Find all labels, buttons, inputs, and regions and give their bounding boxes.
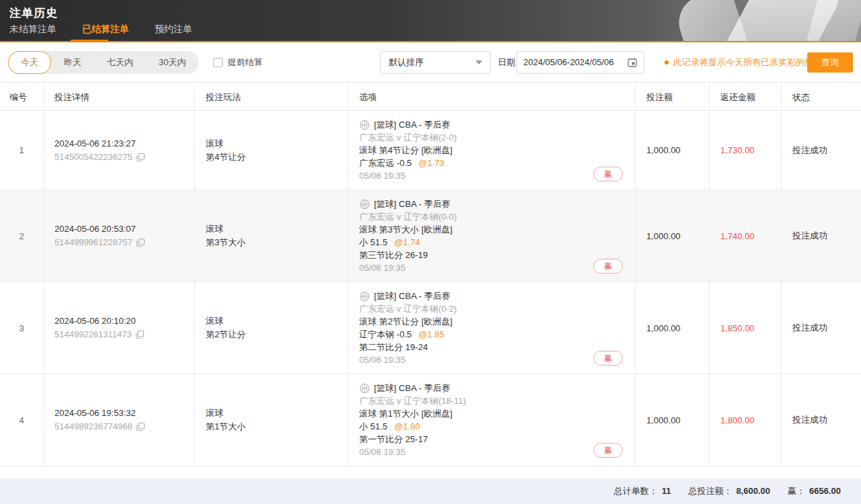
- payout-notice: 此记录将显示今天所有已派奖彩的投注: [665, 56, 822, 69]
- tab-unsettled[interactable]: 未结算注单: [9, 24, 57, 37]
- market-name: 滚球 第2节让分 [欧洲盘]: [359, 315, 624, 328]
- date-range-input[interactable]: 2024/05/06-2024/05/06: [517, 51, 644, 74]
- market-name: 滚球 第3节大小 [欧洲盘]: [359, 223, 624, 236]
- copy-icon[interactable]: [135, 330, 145, 339]
- col-header-payout: 返还金额: [710, 83, 782, 112]
- tab-bar: 未结算注单 已结算注单 预约注单: [9, 24, 192, 37]
- tab-settled[interactable]: 已结算注单: [82, 24, 129, 37]
- event-time: 05/06 19:35: [359, 353, 624, 366]
- row-number: 4: [0, 374, 44, 466]
- play-type: 滚球: [206, 314, 337, 328]
- col-header-option: 选项: [348, 83, 636, 112]
- tab-reserved[interactable]: 预约注单: [155, 24, 192, 37]
- page-title: 注单历史: [9, 5, 58, 21]
- chevron-down-icon: [476, 60, 482, 65]
- payout-amount: 1,850.00: [710, 282, 782, 374]
- market-name: 滚球 第1节大小 [欧洲盘]: [359, 407, 624, 420]
- stake-amount: 1,000.00: [636, 374, 710, 466]
- play-market: 第3节大小: [206, 236, 337, 249]
- event-time: 05/06 19:35: [359, 169, 624, 182]
- win-badge: 赢: [593, 259, 623, 274]
- range-today[interactable]: 今天: [8, 51, 51, 74]
- copy-icon[interactable]: [136, 422, 145, 431]
- payout-amount: 1,730.00: [710, 111, 782, 190]
- win-badge: 赢: [593, 167, 623, 181]
- query-button[interactable]: 查询: [807, 52, 853, 73]
- period-score: 第三节比分 26-19: [359, 249, 624, 261]
- totals-footer: 总计单数：11 总投注额：8,600.00 赢：6656.00: [0, 478, 861, 504]
- selection-line: 广东宏远 -0.5@1.73: [359, 157, 624, 169]
- odds: @1.73: [418, 158, 445, 168]
- copy-icon[interactable]: [136, 153, 145, 162]
- sort-select[interactable]: 默认排序: [380, 51, 491, 74]
- early-settle-checkbox-wrap[interactable]: 提前结算: [213, 56, 262, 69]
- row-number: 3: [0, 282, 44, 374]
- early-settle-label: 提前结算: [227, 56, 262, 69]
- bet-time: 2024-05-06 20:53:07: [54, 222, 184, 236]
- table-body: 1 2024-05-06 21:23:27 5145005422236275 滚…: [0, 111, 861, 466]
- range-7days[interactable]: 七天内: [94, 51, 146, 74]
- table-row: 3 2024-05-06 20:10:20 5144992261311473 滚…: [0, 282, 861, 374]
- league-name: [篮球] CBA - 季后赛: [374, 382, 450, 394]
- odds: @1.80: [394, 421, 420, 431]
- table-row: 4 2024-05-06 19:53:32 5144989236774968 滚…: [0, 374, 861, 466]
- date-range-group: 今天 昨天 七天内 30天内: [8, 51, 198, 74]
- period-score: 第一节比分 25-17: [359, 433, 624, 446]
- play-type: 滚球: [206, 137, 337, 151]
- range-30days[interactable]: 30天内: [146, 51, 198, 74]
- calendar-icon[interactable]: [627, 57, 638, 68]
- basketball-icon: [359, 199, 370, 210]
- match-teams: 广东宏远 v 辽宁本钢(0-2): [359, 302, 624, 315]
- early-settle-checkbox[interactable]: [213, 58, 223, 67]
- table-header-row: 编号 投注详情 投注玩法 选项 投注额 返还金额 状态: [0, 82, 861, 111]
- win-badge: 赢: [593, 443, 623, 458]
- league-line: [篮球] CBA - 季后赛: [359, 290, 624, 302]
- bet-status: 投注成功: [782, 111, 861, 190]
- bets-table: 编号 投注详情 投注玩法 选项 投注额 返还金额 状态 1 2024-05-06…: [0, 82, 861, 466]
- match-teams: 广东宏远 v 辽宁本钢(2-0): [359, 131, 624, 144]
- selection-line: 小 51.5@1.80: [359, 420, 624, 433]
- bet-status: 投注成功: [782, 190, 861, 282]
- col-header-details: 投注详情: [44, 83, 195, 112]
- col-header-no: 编号: [0, 83, 44, 112]
- market-name: 滚球 第4节让分 [欧洲盘]: [359, 144, 624, 157]
- payout-amount: 1,740.00: [710, 190, 782, 282]
- selection-line: 辽宁本钢 -0.5@1.85: [359, 328, 624, 341]
- col-header-status: 状态: [782, 83, 861, 112]
- league-line: [篮球] CBA - 季后赛: [359, 118, 624, 131]
- basketball-icon: [359, 120, 370, 130]
- copy-icon[interactable]: [136, 238, 145, 247]
- league-line: [篮球] CBA - 季后赛: [359, 198, 624, 210]
- basketball-icon: [359, 291, 370, 302]
- total-count: 总计单数：11: [614, 485, 671, 497]
- range-yesterday[interactable]: 昨天: [51, 51, 94, 74]
- play-market: 第4节让分: [206, 151, 337, 164]
- total-stake: 总投注额：8,600.00: [688, 485, 770, 497]
- play-type: 滚球: [206, 407, 337, 420]
- odds: @1.74: [394, 237, 420, 247]
- app-header: 注单历史 未结算注单 已结算注单 预约注单: [0, 0, 861, 42]
- bet-id: 5144989236774968: [54, 420, 133, 433]
- selection: 广东宏远 -0.5: [359, 158, 412, 168]
- stake-amount: 1,000.00: [636, 282, 710, 374]
- stake-amount: 1,000.00: [636, 190, 710, 282]
- match-teams: 广东宏远 v 辽宁本钢(0-0): [359, 210, 624, 223]
- total-win: 赢：6656.00: [788, 485, 841, 497]
- selection: 辽宁本钢 -0.5: [359, 329, 412, 339]
- row-number: 1: [0, 111, 44, 190]
- date-field-label: 日期: [498, 56, 515, 69]
- bet-id: 5145005422236275: [54, 151, 133, 164]
- play-type: 滚球: [206, 222, 337, 236]
- table-row: 1 2024-05-06 21:23:27 5145005422236275 滚…: [0, 111, 861, 190]
- league-line: [篮球] CBA - 季后赛: [359, 382, 624, 394]
- active-tab-indicator: [71, 40, 108, 42]
- stake-amount: 1,000.00: [636, 111, 710, 190]
- bet-time: 2024-05-06 19:53:32: [54, 407, 184, 420]
- period-score: 第二节比分 19-24: [359, 341, 624, 353]
- league-name: [篮球] CBA - 季后赛: [374, 198, 450, 210]
- col-header-stake: 投注额: [636, 83, 710, 112]
- league-name: [篮球] CBA - 季后赛: [374, 118, 450, 131]
- bet-id: 5144992261311473: [54, 328, 132, 341]
- win-badge: 赢: [593, 351, 623, 366]
- date-range-value: 2024/05/06-2024/05/06: [523, 57, 613, 67]
